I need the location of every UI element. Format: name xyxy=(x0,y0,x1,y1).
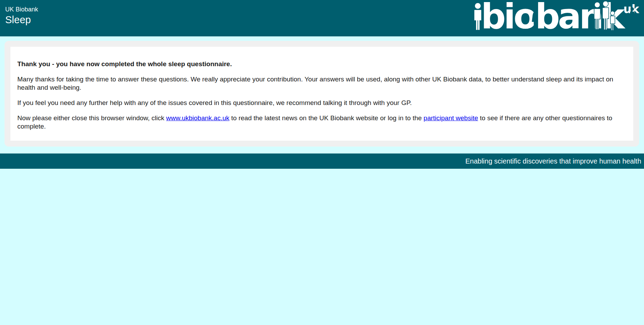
biobank-logo: biobank xyxy=(481,0,639,35)
thanks-paragraph: Many thanks for taking the time to answe… xyxy=(17,75,626,92)
footer-bar: Enabling scientific discoveries that imp… xyxy=(0,153,644,169)
next-steps-text-1: Now please either close this browser win… xyxy=(17,114,166,122)
header-bar: UK Biobank Sleep biobank xyxy=(0,0,644,36)
biobank-logo-text: biobank xyxy=(481,0,623,35)
completion-heading: Thank you - you have now completed the w… xyxy=(17,60,626,68)
next-steps-paragraph: Now please either close this browser win… xyxy=(17,114,626,131)
footer-tagline: Enabling scientific discoveries that imp… xyxy=(465,157,641,165)
participant-website-link[interactable]: participant website xyxy=(423,114,478,122)
next-steps-text-2: to read the latest news on the UK Bioban… xyxy=(230,114,424,122)
ukbiobank-website-link[interactable]: www.ukbiobank.ac.uk xyxy=(166,114,230,122)
app-name: UK Biobank xyxy=(5,6,38,13)
completion-card: Thank you - you have now completed the w… xyxy=(10,47,633,141)
page-title: Sleep xyxy=(5,14,38,26)
header-titles: UK Biobank Sleep xyxy=(5,6,38,26)
gp-advice-paragraph: If you feel you need any further help wi… xyxy=(17,99,626,107)
biobank-logo-word: biobank xyxy=(481,0,623,36)
biobank-logo-uk: uk xyxy=(624,3,639,15)
content-panel: Thank you - you have now completed the w… xyxy=(5,41,639,147)
